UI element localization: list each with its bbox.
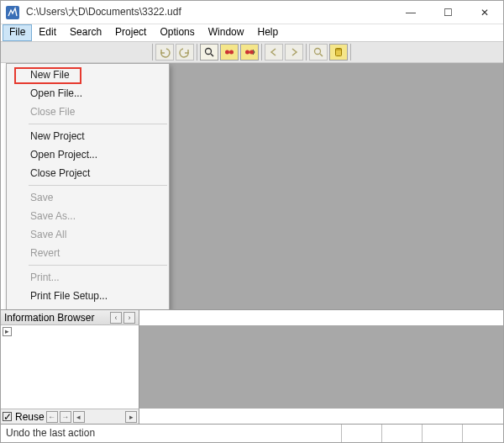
menu-edit[interactable]: Edit	[32, 24, 63, 41]
menu-search[interactable]: Search	[63, 24, 108, 41]
menu-close-file[interactable]: Close File	[7, 103, 169, 121]
menu-save-as[interactable]: Save As...	[7, 207, 169, 225]
svg-point-3	[225, 50, 229, 55]
toolbar	[1, 41, 503, 63]
info-header: Information Browser ‹ ›	[1, 310, 139, 325]
zoom-icon[interactable]	[309, 44, 328, 61]
check-icon: ✓	[3, 411, 12, 423]
info-body: ▸	[1, 325, 503, 409]
svg-point-1	[206, 49, 212, 55]
menu-print[interactable]: Print...	[7, 268, 169, 287]
chevron-left-icon[interactable]: ‹	[110, 312, 122, 324]
close-button[interactable]: ✕	[466, 1, 503, 24]
info-tree[interactable]: ▸	[1, 325, 139, 409]
status-cell	[382, 425, 423, 442]
toolbar-separator	[261, 44, 262, 61]
delete-icon[interactable]	[329, 44, 348, 61]
nav-forward-icon[interactable]	[285, 44, 303, 61]
menu-window[interactable]: Window	[202, 24, 251, 41]
status-cell	[463, 425, 503, 442]
menu-save[interactable]: Save	[7, 188, 169, 207]
svg-point-5	[245, 50, 249, 55]
reuse-label: Reuse	[15, 411, 45, 423]
statusbar: Undo the last action	[1, 424, 503, 442]
menu-project[interactable]: Project	[108, 24, 153, 41]
menu-close-project[interactable]: Close Project	[7, 164, 169, 182]
find-next-icon[interactable]	[240, 44, 259, 61]
toolbar-separator	[152, 44, 153, 61]
redo-icon[interactable]	[176, 44, 194, 61]
file-menu-dropdown: New File Open File... Close File New Pro…	[6, 63, 170, 309]
menu-help[interactable]: Help	[250, 24, 285, 41]
menu-revert[interactable]: Revert	[7, 244, 169, 262]
menu-open-file[interactable]: Open File...	[7, 84, 169, 103]
maximize-button[interactable]: ☐	[429, 1, 466, 24]
status-message: Undo the last action	[1, 425, 342, 442]
info-title: Information Browser	[4, 312, 94, 324]
menu-print-poster[interactable]: Print Poster...	[7, 305, 169, 309]
app-icon	[6, 6, 19, 19]
toolbar-separator	[197, 44, 197, 61]
window-title: C:\Users\大D\Documents\3322.udf	[24, 5, 392, 19]
menu-separator	[29, 185, 167, 186]
menu-options[interactable]: Options	[153, 24, 201, 41]
undo-icon[interactable]	[155, 44, 174, 61]
work-area: New File Open File... Close File New Pro…	[1, 63, 503, 309]
menu-open-project[interactable]: Open Project...	[7, 145, 169, 164]
menu-separator	[29, 265, 167, 266]
nav-scroll-left-icon[interactable]: ◂	[73, 411, 85, 423]
status-cell	[342, 425, 382, 442]
menu-separator	[29, 124, 167, 124]
menu-file[interactable]: File	[3, 24, 32, 41]
info-footer: ✓ Reuse ← → ◂ ▸	[1, 409, 139, 424]
reuse-checkbox[interactable]: ✓	[3, 412, 12, 421]
nav-scroll-right-icon[interactable]: ▸	[125, 411, 137, 423]
minimize-button[interactable]: —	[392, 1, 429, 24]
titlebar: C:\Users\大D\Documents\3322.udf — ☐ ✕	[1, 1, 503, 24]
status-cell	[423, 425, 463, 442]
tree-expand-icon[interactable]: ▸	[3, 327, 12, 336]
find-prev-icon[interactable]	[220, 44, 239, 61]
menubar: File Edit Search Project Options Window …	[1, 24, 503, 41]
svg-point-7	[315, 49, 321, 55]
info-content	[139, 325, 503, 409]
toolbar-separator	[350, 44, 351, 61]
nav-prev-icon[interactable]: ←	[46, 411, 58, 423]
chevron-right-icon[interactable]: ›	[123, 312, 135, 324]
menu-print-file-setup[interactable]: Print File Setup...	[7, 287, 169, 305]
svg-line-2	[211, 54, 213, 56]
menu-new-project[interactable]: New Project	[7, 127, 169, 145]
information-browser-panel: Information Browser ‹ › ▸ ✓ Reuse ← → ◂ …	[1, 309, 503, 424]
toolbar-separator	[306, 44, 307, 61]
nav-back-icon[interactable]	[265, 44, 283, 61]
window-controls: — ☐ ✕	[392, 1, 503, 24]
find-icon[interactable]	[200, 44, 218, 61]
menu-save-all[interactable]: Save All	[7, 225, 169, 244]
svg-line-8	[320, 54, 323, 56]
nav-next-icon[interactable]: →	[60, 411, 71, 423]
menu-new-file[interactable]: New File	[7, 66, 169, 84]
svg-point-4	[229, 50, 234, 55]
app-window: C:\Users\大D\Documents\3322.udf — ☐ ✕ Fil…	[0, 0, 504, 443]
